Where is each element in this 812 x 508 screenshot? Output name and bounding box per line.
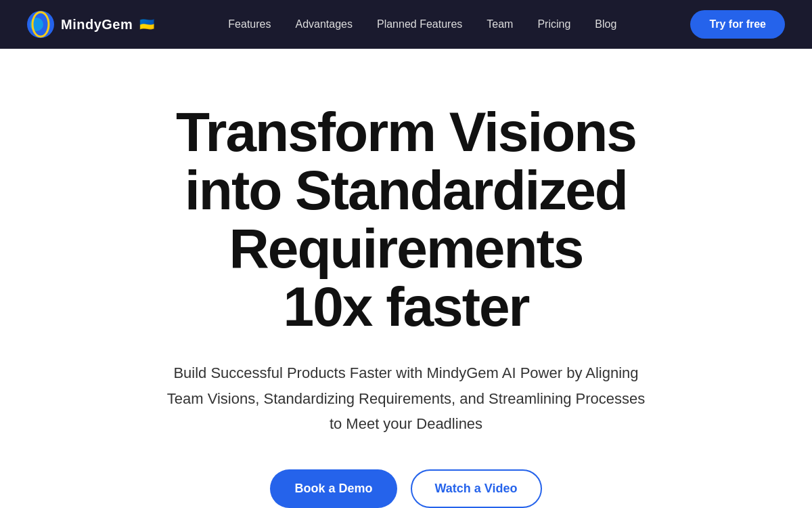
navbar: MindyGem 🇺🇦 Features Advantages Planned … <box>0 0 812 49</box>
try-free-button[interactable]: Try for free <box>690 10 785 39</box>
nav-team[interactable]: Team <box>487 18 513 30</box>
nav-links: Features Advantages Planned Features Tea… <box>228 18 616 30</box>
nav-advantages[interactable]: Advantages <box>295 18 353 30</box>
nav-blog[interactable]: Blog <box>595 18 616 30</box>
ukraine-flag: 🇺🇦 <box>139 17 154 32</box>
hero-title-line3: 10x faster <box>284 276 529 337</box>
mindygem-logo-icon <box>27 11 54 38</box>
nav-planned-features[interactable]: Planned Features <box>377 18 462 30</box>
nav-features[interactable]: Features <box>228 18 271 30</box>
nav-pricing[interactable]: Pricing <box>537 18 570 30</box>
logo-area: MindyGem 🇺🇦 <box>27 11 154 38</box>
hero-section: Transform Visions into Standardized Requ… <box>0 49 812 508</box>
book-demo-button[interactable]: Book a Demo <box>270 469 397 508</box>
hero-title-line1: Transform Visions <box>176 101 636 163</box>
watch-video-button[interactable]: Watch a Video <box>411 469 542 508</box>
logo-text: MindyGem <box>61 17 133 33</box>
hero-title-line2: into Standardized Requirements <box>185 159 627 279</box>
hero-title: Transform Visions into Standardized Requ… <box>27 103 785 336</box>
hero-subtitle: Build Successful Products Faster with Mi… <box>162 360 650 436</box>
hero-cta-buttons: Book a Demo Watch a Video <box>270 469 541 508</box>
